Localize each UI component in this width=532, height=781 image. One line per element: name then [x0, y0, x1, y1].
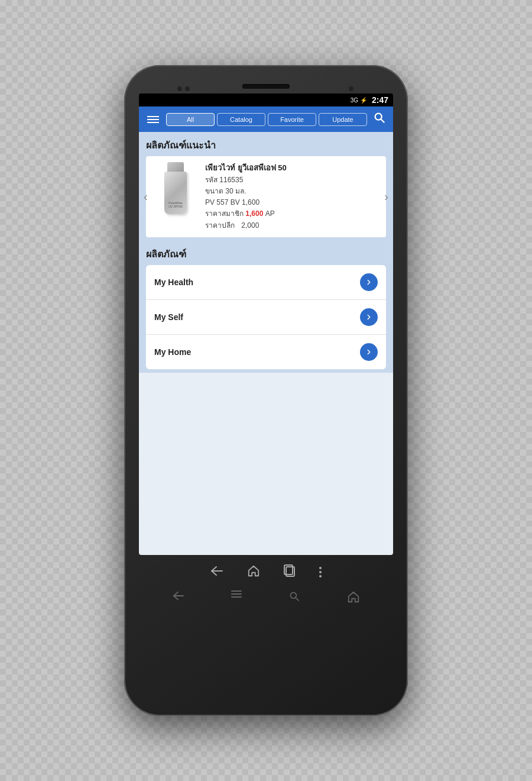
bottom-menu-button[interactable]	[231, 590, 242, 606]
tab-update[interactable]: Update	[319, 113, 367, 126]
member-price-value: 1,600	[245, 209, 263, 218]
sensor-dots	[177, 86, 190, 91]
list-item-label-my-health: My Health	[154, 277, 193, 287]
svg-point-6	[290, 592, 296, 598]
android-nav-bar	[210, 561, 322, 583]
product-info: เพียวไวท์ ยูวีเอสพีเอฟ 50 รหัส 116535 ขน…	[205, 162, 380, 231]
chevron-right-icon	[365, 278, 373, 286]
product-member-price: ราคาสมาชิก 1,600 AP	[205, 208, 380, 220]
list-item-arrow-my-self	[360, 308, 378, 326]
status-icons: 3G ⚡	[351, 97, 367, 104]
phone-bottom	[136, 555, 396, 611]
list-item-label-my-self: My Self	[154, 312, 183, 322]
products-title: ผลิตภัณฑ์	[146, 247, 386, 262]
prev-arrow[interactable]: ‹	[144, 190, 148, 204]
phone-device: 3G ⚡ 2:47 All Catalog Favorite Update	[124, 65, 408, 716]
battery-icon: ⚡	[360, 97, 367, 104]
dot-1	[319, 567, 322, 569]
list-item-label-my-home: My Home	[154, 347, 191, 357]
app-content: All Catalog Favorite Update ผลิตภัณฑ์แนะ…	[139, 106, 393, 555]
bottle-label: PureWhiteUV SPF50	[168, 201, 183, 208]
sensor-dot-1	[177, 86, 182, 91]
next-arrow[interactable]: ›	[384, 190, 388, 204]
tab-catalog[interactable]: Catalog	[217, 113, 265, 126]
top-nav: All Catalog Favorite Update	[139, 106, 393, 132]
menu-line-b	[231, 593, 242, 595]
menu-line-2	[147, 119, 159, 120]
bottle-cap	[167, 162, 184, 172]
back-button[interactable]	[210, 566, 223, 579]
list-item-arrow-my-home	[360, 343, 378, 361]
bottle-body: PureWhiteUV SPF50	[164, 172, 187, 214]
front-camera	[348, 85, 355, 92]
dot-3	[319, 575, 322, 577]
product-image-area: PureWhiteUV SPF50	[152, 162, 199, 215]
member-price-label: ราคาสมาชิก	[205, 209, 244, 218]
product-code: รหัส 116535	[205, 175, 380, 186]
phone-top-bar	[136, 77, 396, 93]
svg-point-0	[375, 114, 382, 120]
sensor-dot-2	[185, 86, 190, 91]
menu-line-1	[147, 116, 159, 117]
featured-title: ผลิตภัณฑ์แนะนำ	[146, 138, 386, 153]
menu-line-a	[231, 590, 242, 592]
status-bar: 3G ⚡ 2:47	[139, 93, 393, 106]
recent-apps-button[interactable]	[284, 564, 296, 580]
product-image: PureWhiteUV SPF50	[163, 162, 189, 215]
chevron-right-icon-3	[365, 348, 373, 356]
menu-line-c	[231, 596, 242, 598]
menu-button[interactable]	[144, 114, 163, 125]
clock: 2:47	[372, 95, 388, 105]
retail-price-value: 2,000	[241, 221, 259, 230]
list-item-arrow-my-health	[360, 273, 378, 291]
search-button[interactable]	[371, 110, 388, 128]
tab-all[interactable]: All	[166, 113, 215, 126]
featured-section: ผลิตภัณฑ์แนะนำ ‹ PureWhiteUV SPF50 เพ	[139, 132, 393, 241]
svg-line-7	[296, 598, 299, 601]
speaker	[242, 84, 290, 89]
featured-product-card: ‹ PureWhiteUV SPF50 เพียวไวท์ ยูวีเอสพีเ…	[146, 156, 386, 237]
home-button[interactable]	[247, 564, 260, 580]
bottom-home-button[interactable]	[347, 590, 360, 606]
product-retail-price: ราคาปลีก 2,000	[205, 220, 380, 231]
retail-label: ราคาปลีก	[205, 221, 235, 230]
svg-line-1	[381, 119, 384, 122]
list-item-my-home[interactable]: My Home	[146, 335, 386, 369]
price-unit: AP	[265, 209, 275, 218]
list-item-my-health[interactable]: My Health	[146, 265, 386, 300]
tab-favorite[interactable]: Favorite	[268, 113, 316, 126]
bottom-search-button[interactable]	[288, 590, 300, 606]
signal-icon: 3G	[351, 97, 358, 104]
products-section: ผลิตภัณฑ์ My Health My Self	[139, 241, 393, 373]
list-item-my-self[interactable]: My Self	[146, 300, 386, 335]
overflow-menu-button[interactable]	[319, 567, 322, 577]
bottom-back-button[interactable]	[173, 590, 184, 606]
product-name: เพียวไวท์ ยูวีเอสพีเอฟ 50	[205, 162, 380, 175]
nav-tabs: All Catalog Favorite Update	[166, 113, 367, 126]
chevron-right-icon-2	[365, 313, 373, 321]
product-list: My Health My Self My Home	[146, 265, 386, 369]
menu-line-3	[147, 122, 159, 123]
product-size: ขนาด 30 มล.	[205, 186, 380, 197]
bottom-buttons-row	[149, 588, 383, 608]
product-pv-bv: PV 557 BV 1,600	[205, 197, 380, 208]
dot-2	[319, 571, 322, 573]
screen: 3G ⚡ 2:47 All Catalog Favorite Update	[139, 93, 393, 555]
